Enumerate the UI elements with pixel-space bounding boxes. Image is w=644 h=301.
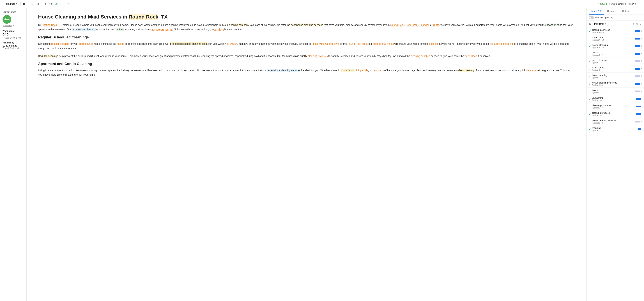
check-icon: ✓	[598, 2, 600, 5]
download-terms-button[interactable]: ↓	[640, 22, 642, 26]
term-typical: Typical: 1–3	[592, 92, 634, 94]
italic-button[interactable]: I	[27, 2, 30, 6]
term-info: cleaning company Typical: 1–3	[592, 104, 635, 109]
term-indicator-bar	[636, 113, 641, 115]
term-indicators: H	[635, 53, 642, 55]
term-info: home cleaning Typical: 1–3	[592, 74, 634, 79]
main-heading: House Cleaning and Maid Services in Roun…	[38, 14, 575, 20]
term-row[interactable]: ✓ home cleaning Typical: 1–3 H	[587, 72, 644, 80]
term-info: deep cleaning Typical: 2–4	[592, 59, 634, 64]
term-indicator-bar	[635, 45, 640, 47]
term-row[interactable]: ✓ cleaning products Typical: 1–2	[587, 110, 644, 118]
undo-button[interactable]: ↩	[62, 2, 66, 6]
semantic-toggle[interactable]: Semantic grouping	[589, 16, 613, 19]
readability-typical: Typical: 8-9th grade	[2, 47, 24, 49]
term-row[interactable]: ✓ maid service Typical: 2–4 H	[587, 65, 644, 72]
term-row[interactable]: ✓ house cleaning services Typical: 2–6 H	[587, 80, 644, 88]
add-term-button[interactable]: ＋	[632, 22, 635, 26]
term-name: maid service	[592, 66, 634, 69]
word-count-title: Word count	[2, 30, 24, 32]
paragraph-1: Our Round Rock, TX, maids are ready to h…	[38, 23, 575, 32]
term-name: cleaning services	[592, 28, 634, 31]
semantic-toggle-switch[interactable]	[589, 16, 594, 19]
term-typical: Typical: 1–3	[592, 107, 635, 109]
term-indicator-bar	[635, 90, 640, 92]
term-typical: Typical: 4–10	[592, 46, 634, 48]
version-history-button[interactable]: Version history ▾	[609, 2, 626, 5]
copy-icon: ⧉	[636, 22, 638, 25]
heading-regular-cleanings: Regular Scheduled Cleanings	[38, 35, 575, 39]
term-row[interactable]: ✓ vacuuming Typical: 1–2	[587, 95, 644, 103]
term-info: cleaning products Typical: 1–2	[592, 111, 635, 116]
more-options-button[interactable]: ···	[638, 2, 641, 6]
numbered-list-icon: 1≡	[49, 2, 52, 5]
term-check-icon: ✓	[589, 45, 591, 48]
underline-button[interactable]: U	[30, 2, 34, 6]
bullet-list-button[interactable]: ≡	[44, 2, 48, 6]
term-row[interactable]: ✓ round rock Typical: 6–18 H	[587, 35, 644, 42]
sort-importance-button[interactable]: Importance ▾	[592, 22, 608, 26]
term-info: home cleaning services Typical: 1–2	[592, 119, 634, 124]
bold-button[interactable]: B	[22, 2, 26, 6]
paragraph-style-select[interactable]: Paragraph ▾	[3, 2, 19, 6]
term-h-label: H	[640, 90, 642, 92]
numbered-list-button[interactable]: 1≡	[48, 2, 53, 6]
term-name: cleaning products	[592, 111, 635, 114]
paragraph-style-label: Paragraph	[4, 2, 16, 5]
term-row[interactable]: ✓ cleaning services Typical: 4–10 H	[587, 27, 644, 35]
term-row[interactable]: ✓ cleaning company Typical: 1–3	[587, 103, 644, 110]
term-indicators	[636, 106, 642, 107]
term-indicator-bar	[636, 98, 641, 100]
chevron-down-icon: ▾	[16, 2, 18, 5]
download-icon: ↓	[640, 22, 641, 25]
copy-terms-button[interactable]: ⧉	[636, 22, 639, 26]
term-h-label: H	[640, 53, 642, 55]
term-indicator-bar	[636, 106, 641, 107]
term-row[interactable]: ✓ house cleaning Typical: 4–10 H	[587, 42, 644, 50]
toolbar: Paragraph ▾ B I U </> ≡ 1≡ 🔗 ↩ ↪ ✓ Saved…	[0, 0, 644, 8]
tab-terms-label: Terms (50)	[591, 10, 602, 12]
insert-chevron-icon: ▾	[635, 2, 636, 5]
code-button[interactable]: </>	[35, 2, 41, 6]
term-h-label: H	[640, 68, 642, 70]
word-count-typical: Typical: 1,000–1,300	[2, 37, 24, 39]
term-info: cleaning services Typical: 4–10	[592, 28, 634, 33]
term-check-icon: ✓	[589, 67, 591, 70]
tab-research[interactable]: Research	[605, 8, 620, 14]
term-row[interactable]: ✓ deep cleaning Typical: 2–4 H	[587, 57, 644, 65]
term-check-icon: ✓	[589, 75, 591, 78]
term-row[interactable]: ✓ texas Typical: 1–3 H	[587, 88, 644, 95]
tab-outline[interactable]: Outline	[620, 8, 632, 14]
saved-status: ✓ Saved	[598, 2, 607, 5]
term-row[interactable]: ✓ home cleaning services Typical: 1–2 H	[587, 118, 644, 125]
toolbar-right: ✓ Saved Version history ▾ Insert ▾ ···	[598, 2, 641, 6]
link-icon: 🔗	[55, 2, 58, 5]
term-name: cleaning company	[592, 104, 635, 107]
toolbar-separator-1	[20, 2, 21, 6]
term-name: austin	[592, 51, 634, 54]
term-indicators: H	[635, 75, 642, 77]
heading-apartment-cleaning: Apartment and Condo Cleaning	[38, 62, 575, 66]
term-row[interactable]: ✓ austin Typical: 3–7 H	[587, 50, 644, 57]
insert-button[interactable]: Insert ▾	[628, 2, 636, 5]
left-sidebar: Content grade A++ Suggested: A- Word cou…	[0, 8, 26, 301]
term-typical: Typical: 2–6	[592, 84, 634, 86]
term-h-label: H	[640, 120, 642, 122]
term-h-label: H	[640, 60, 642, 62]
paragraph-3: Regular cleanings help prevent the build…	[38, 54, 575, 58]
content-grade-title: Content grade	[2, 11, 24, 13]
readability-title: Readability	[2, 41, 24, 44]
term-h-label: H	[640, 75, 642, 77]
right-panel: Terms (50) Research Outline Semantic gro…	[586, 8, 644, 301]
link-button[interactable]: 🔗	[54, 2, 59, 6]
editor-area[interactable]: House Cleaning and Maid Services in Roun…	[26, 8, 586, 301]
term-indicator-bar	[635, 83, 640, 85]
tab-terms[interactable]: Terms (50)	[589, 8, 604, 14]
redo-button[interactable]: ↪	[67, 2, 72, 6]
term-h-label: H	[640, 45, 642, 47]
term-indicator-bar	[635, 30, 640, 32]
term-typical: Typical: 2–4	[592, 61, 634, 64]
term-row[interactable]: ✓ mopping Typical: 1–2	[587, 125, 644, 133]
term-name: house cleaning services	[592, 81, 634, 84]
semantic-grouping-label: Semantic grouping	[595, 16, 613, 19]
